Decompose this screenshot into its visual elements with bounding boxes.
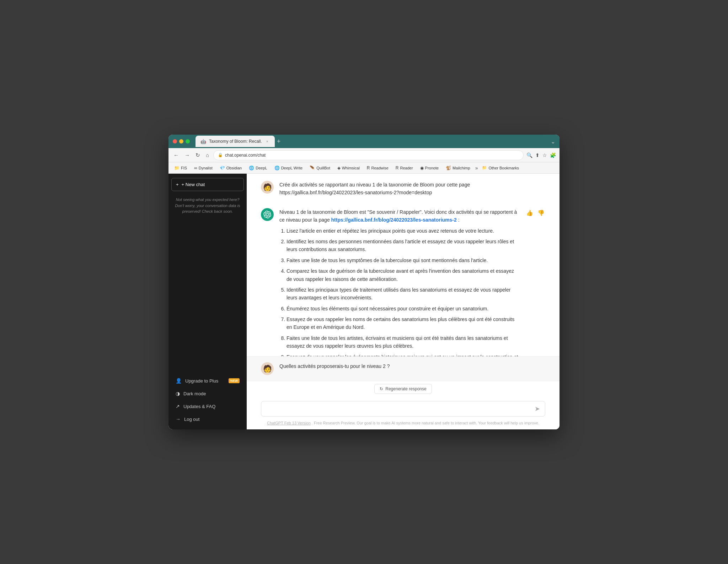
regen-label: Regenerate response — [385, 386, 426, 391]
bookmark-deepl[interactable]: 🌐 DeepL — [246, 164, 270, 172]
minimize-button[interactable] — [179, 139, 183, 143]
regen-icon: ↻ — [380, 386, 383, 391]
user-icon: 👤 — [176, 378, 182, 384]
bookmark-readwise[interactable]: R Readwise — [364, 164, 391, 172]
bookmark-whimsical[interactable]: ◈ Whimsical — [334, 164, 363, 172]
user-message-2-content: Quelles activités proposerais-tu pour le… — [279, 362, 545, 375]
traffic-lights — [173, 139, 190, 143]
close-button[interactable] — [173, 139, 177, 143]
url-text: chat.openai.com/chat — [225, 153, 266, 158]
footer-text: ChatGPT Feb 13 Version . Free Research P… — [247, 419, 560, 429]
main-content: + + New chat Not seeing what you expecte… — [168, 174, 560, 429]
search-icon[interactable]: 🔍 — [526, 152, 532, 158]
user-text-2: Quelles activités proposerais-tu pour le… — [279, 362, 545, 370]
dark-mode-label: Dark mode — [183, 391, 206, 396]
list-item: Énumérez tous les éléments qui sont néce… — [287, 305, 520, 313]
tab-close-button[interactable]: × — [265, 139, 270, 144]
dark-mode-icon: ◑ — [176, 391, 180, 396]
list-item: Lisez l'article en entier et répétez les… — [287, 227, 520, 235]
user-avatar: 🧑 — [261, 181, 274, 194]
list-item: Faites une liste de tous les artistes, é… — [287, 334, 520, 350]
regenerate-bar: ↻ Regenerate response — [247, 381, 560, 397]
upgrade-label: Upgrade to Plus — [185, 378, 218, 384]
regenerate-button[interactable]: ↻ Regenerate response — [374, 384, 432, 394]
user-text-1: Crée dix activités se rapportant au nive… — [279, 181, 545, 197]
list-item: Essayez de vous rappeler les événements … — [287, 353, 520, 356]
more-bookmarks-button[interactable]: » — [475, 165, 478, 171]
bookmark-mailchimp[interactable]: 🐒 Mailchimp — [443, 164, 473, 172]
user-avatar-2: 🧑 — [261, 362, 274, 375]
ai-message-1: Niveau 1 de la taxonomie de Bloom est "S… — [261, 208, 545, 356]
bookmark-reader[interactable]: R Reader — [393, 164, 416, 172]
address-bar: ← → ↻ ⌂ 🔒 chat.openai.com/chat 🔍 ⬆ ☆ 🧩 — [168, 148, 560, 162]
sidebar-notice: Not seeing what you expected here? Don't… — [171, 197, 244, 215]
bookmark-star-icon[interactable]: ☆ — [542, 152, 547, 158]
chat-input[interactable] — [266, 406, 532, 412]
footer-description: . Free Research Preview. Our goal is to … — [312, 421, 539, 425]
activity-list: Lisez l'article en entier et répétez les… — [287, 227, 520, 356]
url-field[interactable]: 🔒 chat.openai.com/chat — [213, 150, 524, 160]
other-bookmarks-icon: 📁 — [482, 166, 487, 170]
sidebar-item-updates[interactable]: ↗ Updates & FAQ — [171, 400, 244, 412]
thumbs-up-button[interactable]: 👍 — [525, 209, 534, 217]
list-item: Comparez les taux de guérison de la tube… — [287, 267, 520, 283]
user-message-1: 🧑 Crée dix activités se rapportant au ni… — [261, 181, 545, 200]
address-actions: 🔍 ⬆ ☆ 🧩 — [526, 152, 556, 158]
share-icon[interactable]: ⬆ — [535, 152, 540, 158]
input-area: ➤ — [247, 397, 560, 419]
chat-area: 🧑 Crée dix activités se rapportant au ni… — [247, 174, 560, 429]
list-item: Identifiez les noms des personnes mentio… — [287, 238, 520, 254]
bookmark-deepl-write[interactable]: 🌐 DeepL Write — [272, 164, 306, 172]
list-item: Identifiez les principaux types de trait… — [287, 286, 520, 302]
user-message-2: 🧑 Quelles activités proposerais-tu pour … — [247, 356, 560, 381]
new-badge: NEW — [229, 378, 240, 383]
ai-intro-text: Niveau 1 de la taxonomie de Bloom est "S… — [279, 208, 520, 224]
sidebar-item-dark-mode[interactable]: ◑ Dark mode — [171, 387, 244, 400]
user-message-1-content: Crée dix activités se rapportant au nive… — [279, 181, 545, 200]
home-button[interactable]: ⌂ — [204, 151, 210, 159]
bookmark-obsidian[interactable]: 💎 Obsidian — [217, 164, 245, 172]
bookmark-quillbot[interactable]: 🪶 QuillBot — [307, 164, 333, 172]
logout-label: Log out — [184, 417, 199, 422]
list-item: Essayez de vous rappeler les noms de cer… — [287, 315, 520, 331]
logout-icon: → — [176, 416, 181, 422]
other-bookmarks-label[interactable]: Other Bookmarks — [488, 166, 519, 170]
sidebar-item-logout[interactable]: → Log out — [171, 413, 244, 425]
bookmark-fis[interactable]: 📁 FIS — [171, 164, 190, 172]
browser-window: 🤖 Taxonomy of Bloom: Recall. × + ⌄ ← → ↻… — [168, 135, 560, 429]
input-box: ➤ — [261, 401, 545, 417]
tab-title: Taxonomy of Bloom: Recall. — [209, 139, 262, 144]
sidebar-bottom: 👤 Upgrade to Plus NEW ◑ Dark mode ↗ Upda… — [171, 375, 244, 425]
maximize-button[interactable] — [186, 139, 190, 143]
new-chat-button[interactable]: + + New chat — [171, 178, 244, 191]
ai-avatar — [261, 208, 274, 221]
title-bar: 🤖 Taxonomy of Bloom: Recall. × + ⌄ — [168, 135, 560, 148]
updates-icon: ↗ — [176, 403, 180, 409]
plus-icon: + — [176, 182, 179, 187]
back-button[interactable]: ← — [172, 151, 180, 159]
ai-message-1-content: Niveau 1 de la taxonomie de Bloom est "S… — [279, 208, 520, 356]
bookmark-dynalist[interactable]: ∞ Dynalist — [191, 164, 215, 172]
ai-message-actions: 👍 👎 — [525, 209, 545, 217]
list-item: Faites une liste de tous les symptômes d… — [287, 256, 520, 264]
bookmarks-bar: 📁 FIS ∞ Dynalist 💎 Obsidian 🌐 DeepL 🌐 De… — [168, 162, 560, 174]
forward-button[interactable]: → — [183, 151, 191, 159]
extensions-icon[interactable]: 🧩 — [550, 152, 556, 158]
window-controls-icon: ⌄ — [551, 138, 555, 145]
send-button[interactable]: ➤ — [535, 405, 540, 413]
active-tab[interactable]: 🤖 Taxonomy of Bloom: Recall. × — [196, 136, 275, 147]
version-link[interactable]: ChatGPT Feb 13 Version — [267, 421, 311, 425]
refresh-button[interactable]: ↻ — [194, 151, 202, 160]
chat-messages: 🧑 Crée dix activités se rapportant au ni… — [247, 174, 560, 356]
bookmark-pronote[interactable]: ◉ Pronote — [417, 164, 442, 172]
sidebar-item-upgrade[interactable]: 👤 Upgrade to Plus NEW — [171, 375, 244, 387]
new-chat-label: + New chat — [182, 182, 205, 187]
thumbs-down-button[interactable]: 👎 — [537, 209, 545, 217]
updates-label: Updates & FAQ — [183, 404, 215, 409]
new-tab-button[interactable]: + — [277, 138, 281, 145]
gallica-link[interactable]: https://gallica.bnf.fr/blog/24022023/les… — [331, 217, 457, 223]
tabs-bar: 🤖 Taxonomy of Bloom: Recall. × + — [196, 136, 548, 147]
tab-favicon: 🤖 — [200, 139, 206, 144]
sidebar: + + New chat Not seeing what you expecte… — [168, 174, 247, 429]
lock-icon: 🔒 — [218, 153, 223, 157]
